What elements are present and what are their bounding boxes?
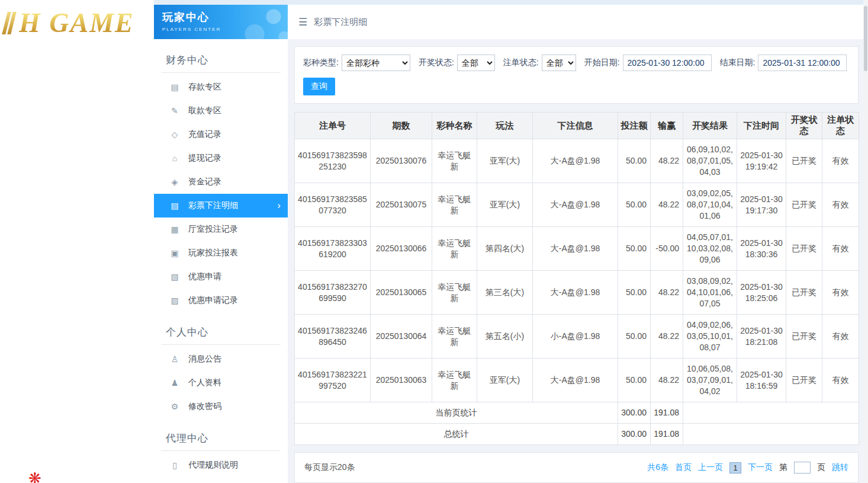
sidebar-item[interactable]: ▣ 玩家投注报表 ›	[154, 241, 288, 265]
cell-bet-info: 大-A盘@1.98	[533, 359, 618, 402]
sidebar-item-label: 优惠申请	[188, 271, 221, 282]
cell-bet-time: 2025-01-30 18:30:36	[737, 227, 786, 271]
summary-total-spacer	[683, 424, 859, 445]
lottery-type-select[interactable]: 全部彩种	[342, 55, 410, 71]
sidebar-item[interactable]: ▯ 代理规则说明 ›	[154, 453, 288, 477]
jump-page-input[interactable]	[794, 462, 811, 474]
cell-play-type: 第五名(小)	[477, 315, 533, 359]
filter-panel: 彩种类型: 全部彩种 开奖状态: 全部 注单状态: 全部 开始日期: 结束日期:	[294, 46, 859, 104]
menu-item-icon: ▤	[169, 82, 180, 92]
app-shell: 玩家中心 PLAYERS CENTER 财务中心 ▤ 存款专区 › ✎ 取款专区…	[154, 0, 863, 483]
cell-bet-info: 小-A盘@1.98	[533, 315, 618, 359]
cell-play-type: 第三名(大)	[477, 271, 533, 315]
column-header: 注单状态	[822, 113, 859, 139]
first-page-link[interactable]: 首页	[675, 462, 692, 473]
sidebar-item-label: 修改密码	[188, 401, 221, 412]
sidebar-item[interactable]: ◇ 充值记录 ›	[154, 123, 288, 146]
cell-win-loss: 48.22	[651, 315, 683, 359]
cell-bet-info: 大-A盘@1.98	[533, 183, 618, 227]
sidebar-item[interactable]: ✎ 取款专区 ›	[154, 99, 288, 123]
cell-lottery-name: 幸运飞艇新	[432, 315, 477, 359]
page-prefix-text: 第	[779, 462, 787, 473]
sidebar-item[interactable]: ♟ 个人资料 ›	[154, 371, 288, 395]
cell-draw-status: 已开奖	[786, 315, 822, 359]
column-header: 玩法	[477, 113, 533, 139]
menu-item-icon: ♟	[169, 378, 180, 388]
cell-draw-status: 已开奖	[786, 271, 822, 315]
cell-order-status: 有效	[822, 227, 859, 271]
sidebar-item-label: 存款专区	[188, 82, 221, 92]
table-row: 401569173823303619200 20250130066 幸运飞艇新 …	[295, 227, 859, 271]
sidebar-item[interactable]: ♙ 消息公告 ›	[154, 347, 288, 371]
sidebar-item[interactable]: ▨ 优惠申请记录 ›	[154, 289, 288, 312]
sidebar: 玩家中心 PLAYERS CENTER 财务中心 ▤ 存款专区 › ✎ 取款专区…	[154, 5, 288, 483]
summary-total-winloss-total: 191.08	[651, 424, 683, 445]
page-title: 彩票下注明细	[314, 17, 367, 28]
main-area: ☰ 彩票下注明细 彩种类型: 全部彩种 开奖状态: 全部 注单状态: 全部	[288, 5, 863, 483]
cell-bet-info: 大-A盘@1.98	[533, 227, 618, 271]
column-header: 下注信息	[533, 113, 618, 139]
cell-draw-result: 10,06,05,08,03,07,09,01,04,02	[683, 359, 737, 402]
end-date-label: 结束日期:	[720, 57, 756, 68]
sidebar-item[interactable]: ▤ 存款专区 ›	[154, 75, 288, 99]
current-page-badge[interactable]: 1	[729, 462, 741, 474]
cell-order-status: 有效	[822, 271, 859, 315]
summary-total-label: 总统计	[295, 424, 618, 445]
sidebar-item[interactable]: ◈ 资金记录 ›	[154, 170, 288, 194]
cell-draw-status: 已开奖	[786, 359, 822, 402]
sidebar-item-label: 消息公告	[188, 354, 221, 364]
brand-logo: H GAME	[0, 0, 154, 39]
menu-section-personal: 个人中心	[161, 322, 281, 345]
summary-row-total: 总统计 300.00 191.08	[295, 424, 859, 445]
jump-button[interactable]: 跳转	[832, 462, 848, 473]
cell-order-id: 401569173823221997520	[295, 359, 371, 402]
sidebar-item-label: 资金记录	[188, 177, 221, 187]
menu-section-agent: 代理中心	[161, 428, 281, 451]
search-button[interactable]: 查询	[303, 78, 335, 95]
menu-toggle-icon[interactable]: ☰	[298, 16, 307, 28]
menu-item-icon: ▤	[169, 201, 180, 210]
prev-page-link[interactable]: 上一页	[698, 462, 723, 473]
sidebar-item[interactable]: ⚙ 修改密码 ›	[154, 395, 288, 418]
order-status-label: 注单状态:	[503, 57, 539, 68]
end-date-input[interactable]	[758, 55, 847, 71]
sidebar-item[interactable]: ▦ 厅室投注记录 ›	[154, 217, 288, 241]
sidebar-item[interactable]: ▧ 优惠申请 ›	[154, 265, 288, 289]
menu-section-finance: 财务中心	[161, 50, 281, 73]
scrollbar[interactable]	[863, 0, 868, 483]
cell-period: 20250130063	[371, 359, 432, 402]
cell-lottery-name: 幸运飞艇新	[432, 227, 477, 271]
page-size-text: 每页显示20条	[304, 462, 355, 473]
topbar: ☰ 彩票下注明细	[288, 5, 863, 39]
sidebar-item[interactable]: ▤ 彩票下注明细 ›	[154, 194, 288, 217]
pagination-bar: 每页显示20条 共6条 首页 上一页 1 下一页 第 页 跳转	[294, 452, 859, 483]
sidebar-item[interactable]: ▦ 代理团队统计 ›	[154, 477, 288, 483]
sidebar-item-label: 彩票下注明细	[188, 200, 238, 211]
sidebar-subtitle: PLAYERS CENTER	[162, 27, 279, 32]
menu-item-icon: ▨	[169, 296, 180, 305]
cell-order-status: 有效	[822, 139, 859, 183]
cell-win-loss: 48.22	[651, 359, 683, 402]
menu-item-icon: ◇	[169, 130, 180, 139]
cell-bet-time: 2025-01-30 18:25:06	[737, 271, 786, 315]
cell-bet-time: 2025-01-30 18:21:08	[737, 315, 786, 359]
sidebar-item[interactable]: ⌂ 提现记录 ›	[154, 146, 288, 170]
cell-play-type: 亚军(大)	[477, 359, 533, 402]
cell-draw-result: 03,08,09,02,04,10,01,06,07,05	[683, 271, 737, 315]
cell-draw-result: 03,09,02,05,08,07,10,04,01,06	[683, 183, 737, 227]
cell-order-status: 有效	[822, 315, 859, 359]
cell-order-id: 401569173823270699590	[295, 271, 371, 315]
column-header: 下注时间	[737, 113, 786, 139]
cell-lottery-name: 幸运飞艇新	[432, 139, 477, 183]
cell-draw-status: 已开奖	[786, 139, 822, 183]
draw-status-select[interactable]: 全部	[457, 55, 495, 71]
next-page-link[interactable]: 下一页	[748, 462, 773, 473]
start-date-input[interactable]	[623, 55, 712, 71]
cell-order-status: 有效	[822, 359, 859, 402]
scrollbar-thumb[interactable]	[864, 6, 867, 71]
cell-draw-result: 04,05,07,01,10,03,02,08,09,06	[683, 227, 737, 271]
order-status-select[interactable]: 全部	[542, 55, 576, 71]
cell-period: 20250130066	[371, 227, 432, 271]
table-row: 401569173823598251230 20250130076 幸运飞艇新 …	[295, 139, 859, 183]
brand-logo-text: H GAME	[19, 7, 134, 39]
